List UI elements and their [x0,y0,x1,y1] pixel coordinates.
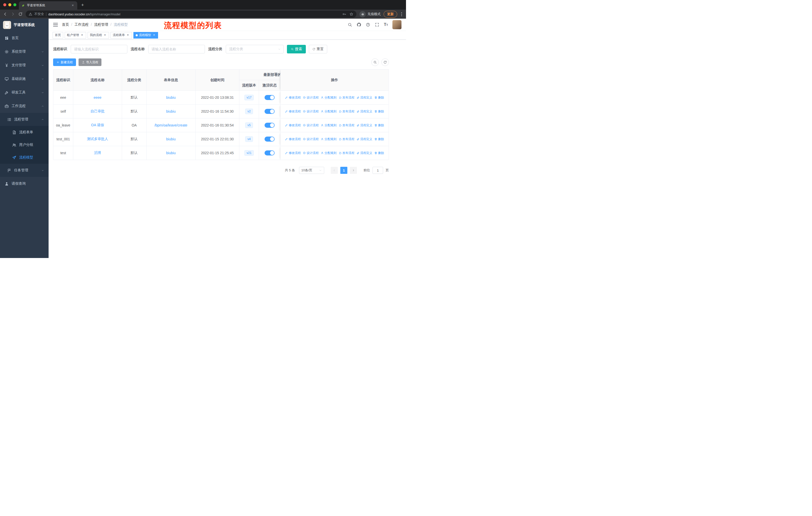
modify-process-link[interactable]: 修改流程 [285,137,301,141]
publish-process-link[interactable]: 发布流程 [339,123,354,128]
sidebar-item-payment[interactable]: 支付管理 [0,58,49,72]
help-icon[interactable] [366,22,370,27]
process-definition-link[interactable]: 流程定义 [356,137,372,141]
close-icon[interactable] [126,33,129,37]
close-icon[interactable] [80,33,84,37]
process-definition-link[interactable]: 流程定义 [356,96,372,100]
refresh-table-button[interactable] [381,58,389,66]
sidebar-item-leave-query[interactable]: 请假查询 [0,177,49,190]
design-process-link[interactable]: 设计流程 [303,109,319,114]
form-info-link[interactable]: biubiu [166,109,175,113]
process-key-input[interactable] [71,45,127,53]
assign-rules-link[interactable]: 分配规则 [321,96,337,100]
design-process-link[interactable]: 设计流程 [303,123,319,128]
tag-tenant-management[interactable]: 租户管理 [65,32,86,38]
close-icon[interactable] [103,33,107,37]
browser-menu-icon[interactable] [400,11,403,17]
reset-button[interactable]: 重置 [309,45,327,53]
delete-link[interactable]: 删除 [374,123,384,128]
delete-link[interactable]: 删除 [374,137,384,141]
publish-process-link[interactable]: 发布流程 [339,96,354,100]
tag-my-process[interactable]: 我的流程 [88,32,109,38]
process-name-input[interactable] [148,45,205,53]
sidebar-item-infrastructure[interactable]: 基础设施 [0,72,49,86]
modify-process-link[interactable]: 修改流程 [285,109,301,114]
bookmark-star-icon[interactable] [349,12,353,16]
close-icon[interactable] [152,33,156,37]
back-icon[interactable] [3,12,7,17]
publish-process-link[interactable]: 发布流程 [339,151,354,155]
publish-process-link[interactable]: 发布流程 [339,137,354,141]
password-key-icon[interactable] [342,12,346,16]
minimize-window-button[interactable] [8,3,11,6]
sidebar-item-process-form[interactable]: 流程表单 [0,126,49,139]
goto-page-input[interactable] [373,167,383,174]
page-number-button[interactable]: 1 [340,167,347,174]
sidebar-logo[interactable]: 芋道管理系统 [0,19,49,31]
breadcrumb-home[interactable]: 首页 [62,22,69,27]
search-icon[interactable] [348,22,352,27]
form-info-link[interactable]: /bpm/oa/leave/create [154,123,187,127]
process-name-link[interactable]: 滔博 [94,151,101,155]
zoom-window-button[interactable] [13,3,17,6]
form-info-link[interactable]: biubiu [166,151,175,155]
process-name-link[interactable]: OA 请假 [91,123,104,128]
process-definition-link[interactable]: 流程定义 [356,109,372,114]
sidebar-item-dev-tools[interactable]: 研发工具 [0,86,49,99]
status-toggle[interactable] [265,109,274,114]
browser-update-button[interactable]: 更新 [384,11,397,18]
process-definition-link[interactable]: 流程定义 [356,151,372,155]
status-toggle[interactable] [265,95,274,100]
sidebar-item-system[interactable]: 系统管理 [0,45,49,58]
tab-close-icon[interactable] [71,3,75,7]
sidebar-item-user-group[interactable]: 用户分组 [0,139,49,151]
sidebar-toggle-icon[interactable] [53,23,58,26]
status-toggle[interactable] [265,123,274,128]
tag-home[interactable]: 首页 [53,32,63,38]
breadcrumb-process-management[interactable]: 流程管理 [89,22,108,27]
browser-tab[interactable]: 芋道管理系统 [19,1,77,9]
new-tab-button[interactable] [79,2,86,8]
prev-page-button[interactable] [331,167,338,174]
process-name-link[interactable]: 自己审批 [91,109,105,114]
user-avatar[interactable] [393,20,402,29]
form-info-link[interactable]: biubiu [166,96,175,100]
sidebar-item-task-management[interactable]: 任务管理 [0,164,49,177]
font-size-icon[interactable]: TT [384,23,388,27]
forward-icon[interactable] [10,12,15,17]
toggle-search-button[interactable] [371,58,379,66]
address-bar[interactable]: 不安全 dashboard.yudao.iocoder.cn/bpm/manag… [26,10,356,18]
design-process-link[interactable]: 设计流程 [303,137,319,141]
security-warning-icon[interactable] [29,12,32,16]
tag-process-form[interactable]: 流程表单 [111,32,132,38]
delete-link[interactable]: 删除 [374,96,384,100]
status-toggle[interactable] [265,137,274,142]
modify-process-link[interactable]: 修改流程 [285,96,301,100]
process-name-link[interactable]: 测试多审批人 [87,137,108,141]
import-process-button[interactable]: 导入流程 [79,58,102,66]
security-label[interactable]: 不安全 [34,12,44,17]
modify-process-link[interactable]: 修改流程 [285,151,301,155]
sidebar-item-process-management[interactable]: 流程管理 [0,113,49,126]
page-size-select[interactable]: 10条/页 [299,167,324,174]
breadcrumb-workflow[interactable]: 工作流程 [69,22,89,27]
create-process-button[interactable]: 新建流程 [53,58,76,66]
sidebar-item-process-model[interactable]: 流程模型 [0,151,49,164]
next-page-button[interactable] [350,167,357,174]
assign-rules-link[interactable]: 分配规则 [321,123,337,128]
category-select[interactable]: 流程分类 [226,45,284,53]
reload-icon[interactable] [18,12,23,17]
sidebar-item-home[interactable]: 首页 [0,31,49,45]
sidebar-item-workflow[interactable]: 工作流程 [0,99,49,113]
url-text[interactable]: dashboard.yudao.iocoder.cn/bpm/manager/m… [48,12,120,16]
close-window-button[interactable] [3,3,6,6]
assign-rules-link[interactable]: 分配规则 [321,137,337,141]
assign-rules-link[interactable]: 分配规则 [321,151,337,155]
tag-process-model[interactable]: 流程模型 [134,32,158,38]
assign-rules-link[interactable]: 分配规则 [321,109,337,114]
publish-process-link[interactable]: 发布流程 [339,109,354,114]
github-icon[interactable] [357,22,361,27]
process-name-link[interactable]: eeee [94,96,102,100]
process-definition-link[interactable]: 流程定义 [356,123,372,128]
status-toggle[interactable] [265,151,274,156]
